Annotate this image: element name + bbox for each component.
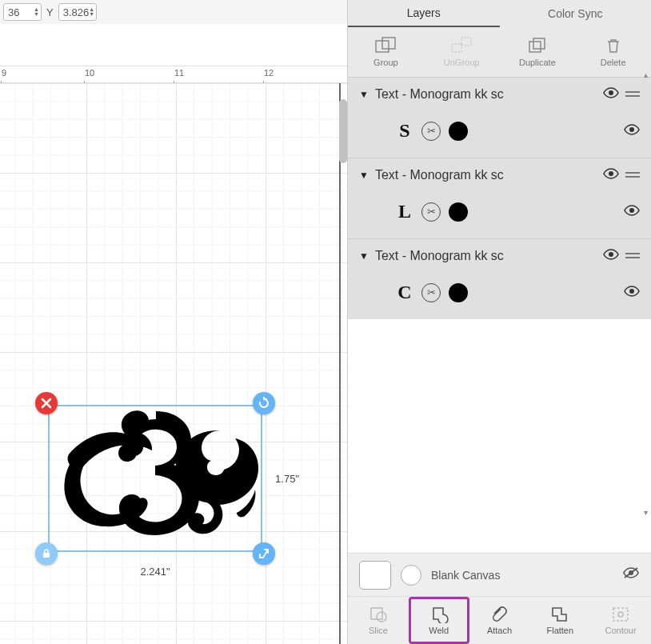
eye-icon [603, 249, 619, 260]
layer-color-swatch[interactable] [449, 202, 468, 222]
layer-group[interactable]: ▼ Text - Monogram kk sc L ✂ [348, 158, 651, 238]
visibility-toggle[interactable] [603, 247, 619, 264]
layer-color-swatch[interactable] [449, 283, 468, 302]
material-swatch-circle[interactable] [401, 565, 421, 586]
scroll-down-icon[interactable]: ▾ [641, 508, 649, 516]
canvas-scrollbar-thumb[interactable] [339, 99, 347, 163]
svg-rect-4 [461, 38, 471, 46]
svg-point-11 [609, 252, 613, 257]
eye-icon [624, 286, 640, 297]
svg-point-10 [629, 208, 634, 213]
ruler-tick: 10 [85, 68, 94, 78]
canvas-name: Blank Canvas [431, 569, 613, 582]
visibility-toggle[interactable] [603, 86, 619, 102]
selection-rotate-handle[interactable] [253, 392, 275, 414]
value-input-1[interactable]: 36 ▲▼ [3, 3, 42, 21]
y-label: Y [46, 6, 54, 18]
ungroup-button[interactable]: UnGroup [424, 27, 500, 77]
cut-linetype-icon[interactable]: ✂ [421, 122, 441, 141]
visibility-toggle[interactable] [624, 284, 640, 301]
selection-width-label: 2.241" [140, 566, 170, 578]
eye-icon [624, 124, 640, 135]
eye-icon [624, 205, 640, 216]
chevron-down-icon[interactable]: ▼ [359, 89, 369, 100]
layers-panel: Layers Color Sync Group UnGroup Duplicat… [347, 0, 651, 644]
drag-handle-icon[interactable] [625, 253, 640, 258]
layers-list: ▼ Text - Monogram kk sc S ✂ ▼ Te [348, 77, 651, 319]
layer-item[interactable]: L ✂ [348, 191, 651, 238]
cut-linetype-icon[interactable]: ✂ [421, 202, 441, 222]
cut-linetype-icon[interactable]: ✂ [421, 283, 441, 302]
duplicate-icon [527, 37, 548, 54]
rotate-icon [258, 397, 270, 410]
selection-scale-handle[interactable] [253, 542, 275, 565]
value-input-2[interactable]: 3.826 ▲▼ [58, 3, 97, 21]
weld-button[interactable]: Weld [409, 597, 469, 644]
layer-title: Text - Monogram kk sc [375, 249, 597, 263]
stepper-icon[interactable]: ▲▼ [34, 7, 39, 17]
value-1: 36 [8, 6, 19, 18]
layer-glyph: C [396, 282, 413, 303]
svg-rect-3 [452, 44, 461, 52]
duplicate-button[interactable]: Duplicate [500, 27, 576, 77]
group-button[interactable]: Group [348, 27, 424, 77]
chevron-down-icon[interactable]: ▼ [359, 250, 369, 262]
visibility-toggle[interactable] [624, 122, 640, 139]
svg-rect-5 [529, 42, 541, 52]
selection-lock-handle[interactable] [35, 542, 58, 565]
layers-empty-area [348, 319, 651, 553]
selection-delete-handle[interactable] [35, 392, 58, 414]
svg-point-9 [609, 171, 613, 176]
trash-icon [605, 37, 622, 54]
resize-icon [258, 548, 270, 559]
svg-rect-6 [533, 38, 545, 49]
layer-title: Text - Monogram kk sc [375, 168, 597, 182]
svg-point-7 [609, 90, 613, 95]
slice-button[interactable]: Slice [348, 597, 409, 644]
ruler-tick: 9 [2, 68, 6, 78]
layer-item[interactable]: S ✂ [348, 110, 651, 158]
visibility-toggle[interactable] [603, 166, 619, 183]
material-swatch-square[interactable] [359, 561, 391, 590]
tab-color-sync[interactable]: Color Sync [500, 0, 652, 27]
svg-point-12 [629, 289, 634, 294]
contour-button[interactable]: Contour [590, 597, 651, 644]
value-2: 3.826 [63, 6, 90, 18]
selection-bounding-box[interactable]: 2.241" 1.75" [48, 405, 262, 552]
layer-group[interactable]: ▼ Text - Monogram kk sc C ✂ [348, 238, 651, 319]
layer-glyph: S [396, 120, 413, 142]
layer-item[interactable]: C ✂ [348, 272, 651, 319]
top-properties-bar: 36 ▲▼ Y 3.826 ▲▼ [0, 0, 347, 24]
close-icon [41, 398, 52, 409]
layer-group[interactable]: ▼ Text - Monogram kk sc S ✂ [348, 77, 651, 158]
visibility-hidden-icon[interactable] [622, 566, 640, 583]
attach-icon [489, 606, 509, 623]
canvas-info-row: Blank Canvas [348, 553, 651, 596]
layer-glyph: L [396, 201, 413, 222]
svg-point-16 [377, 612, 386, 622]
weld-icon [429, 606, 449, 623]
layer-color-swatch[interactable] [449, 122, 468, 141]
scroll-up-icon[interactable]: ▴ [641, 70, 649, 78]
svg-rect-17 [613, 608, 628, 621]
attach-button[interactable]: Attach [469, 597, 530, 644]
visibility-toggle[interactable] [624, 203, 640, 220]
lock-icon [41, 548, 52, 559]
tab-layers[interactable]: Layers [348, 0, 500, 27]
flatten-button[interactable]: Flatten [529, 597, 590, 644]
bottom-operations-row: Slice Weld Attach Flatten Contour [348, 596, 651, 644]
panel-tabs: Layers Color Sync [348, 0, 651, 27]
slice-icon [369, 606, 388, 623]
delete-button[interactable]: Delete [575, 27, 651, 77]
chevron-down-icon[interactable]: ▼ [359, 170, 369, 181]
ruler-tick: 12 [264, 68, 274, 78]
stepper-icon[interactable]: ▲▼ [89, 7, 94, 17]
canvas-edge [339, 83, 341, 644]
drag-handle-icon[interactable] [625, 91, 640, 97]
eye-icon [603, 87, 619, 98]
design-canvas[interactable]: 2.241" 1.75" [0, 83, 347, 644]
ruler-tick: 11 [174, 68, 184, 78]
svg-point-18 [618, 612, 623, 617]
panel-scrollbar[interactable]: ▴ ▾ [641, 80, 649, 506]
drag-handle-icon[interactable] [625, 172, 640, 178]
